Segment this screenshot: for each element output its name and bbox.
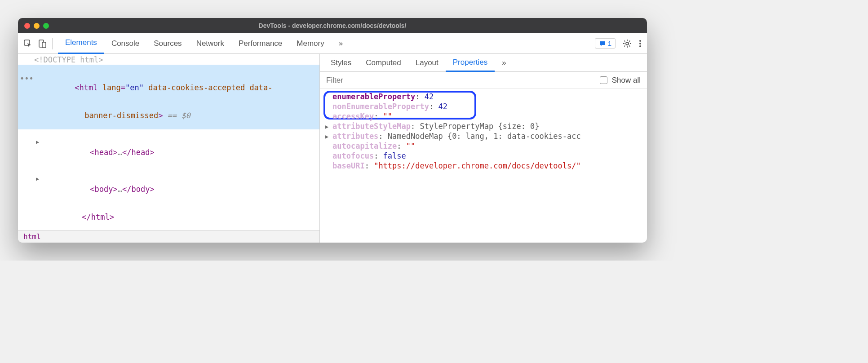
property-value: NamedNodeMap {0: lang, 1: data-cookies-a… (388, 132, 581, 141)
breadcrumb-html[interactable]: html (23, 232, 41, 241)
expand-icon[interactable]: ▶ (36, 139, 39, 145)
property-name: nonEnumerableProperty (332, 102, 429, 111)
maximize-icon[interactable] (43, 23, 49, 29)
dom-tree[interactable]: <!DOCTYPE html> ••• <html lang="en" data… (18, 54, 319, 230)
property-value: "" (406, 142, 415, 151)
svg-point-5 (639, 43, 641, 44)
window-controls (24, 23, 49, 29)
tab-network[interactable]: Network (189, 33, 231, 54)
body-element[interactable]: ▶ <body>…</body> (18, 166, 319, 203)
property-row[interactable]: baseURI: "https://developer.chrome.com/d… (323, 161, 647, 171)
tab-styles[interactable]: Styles (323, 54, 359, 72)
property-row[interactable]: enumerableProperty: 42 (323, 92, 647, 102)
collapse-dots-icon[interactable]: ••• (20, 74, 34, 83)
device-toggle-icon[interactable] (38, 39, 47, 48)
sidebar-tabs: Styles Computed Layout Properties » (320, 54, 647, 72)
close-icon[interactable] (24, 23, 30, 29)
property-row[interactable]: autofocus: false (323, 151, 647, 161)
sidebar-panel: Styles Computed Layout Properties » Show… (320, 54, 647, 243)
tab-sources[interactable]: Sources (146, 33, 189, 54)
tab-performance[interactable]: Performance (231, 33, 289, 54)
inspect-icon[interactable] (23, 39, 32, 48)
svg-rect-2 (42, 42, 46, 48)
settings-icon[interactable] (623, 39, 632, 48)
tab-elements[interactable]: Elements (58, 33, 104, 54)
property-name: autocapitalize (332, 142, 397, 151)
property-row[interactable]: ▶attributes: NamedNodeMap {0: lang, 1: d… (323, 131, 647, 141)
property-value: false (383, 151, 406, 160)
panel-tabs: Elements Console Sources Network Perform… (58, 33, 350, 54)
messages-button[interactable]: 1 (595, 38, 616, 49)
tab-memory[interactable]: Memory (289, 33, 331, 54)
property-name: baseURI (332, 161, 365, 170)
separator (52, 38, 53, 49)
property-value: 42 (425, 92, 434, 101)
property-value: "https://developer.chrome.com/docs/devto… (374, 161, 581, 170)
titlebar: DevTools - developer.chrome.com/docs/dev… (18, 18, 647, 33)
head-element[interactable]: ▶ <head>…</head> (18, 129, 319, 166)
content: <!DOCTYPE html> ••• <html lang="en" data… (18, 54, 647, 243)
filter-input[interactable] (326, 76, 595, 85)
window-title: DevTools - developer.chrome.com/docs/dev… (259, 22, 407, 29)
elements-panel: <!DOCTYPE html> ••• <html lang="en" data… (18, 54, 320, 243)
tab-console[interactable]: Console (104, 33, 146, 54)
show-all-checkbox[interactable] (600, 76, 607, 84)
html-element-line-2[interactable]: banner-dismissed> == $0 (18, 102, 319, 129)
property-row[interactable]: autocapitalize: "" (323, 141, 647, 151)
property-row[interactable]: ▶attributeStyleMap: StylePropertyMap {si… (323, 121, 647, 131)
svg-point-4 (639, 40, 641, 42)
devtools-window: DevTools - developer.chrome.com/docs/dev… (18, 18, 647, 243)
doctype-line[interactable]: <!DOCTYPE html> (18, 55, 319, 65)
tabs-overflow[interactable]: » (332, 33, 350, 54)
breadcrumb[interactable]: html (18, 230, 319, 243)
messages-count: 1 (608, 40, 611, 47)
property-name: attributes (332, 132, 378, 141)
property-name: enumerableProperty (332, 92, 415, 101)
tab-layout[interactable]: Layout (408, 54, 446, 72)
kebab-menu-icon[interactable] (639, 39, 642, 48)
properties-list[interactable]: enumerableProperty: 42nonEnumerablePrope… (320, 89, 647, 243)
property-value: StylePropertyMap {size: 0} (420, 122, 539, 131)
html-close[interactable]: </html> (18, 203, 319, 230)
property-row[interactable]: nonEnumerableProperty: 42 (323, 102, 647, 111)
property-value: 42 (438, 102, 447, 111)
expand-icon[interactable]: ▶ (325, 133, 328, 140)
expand-icon[interactable]: ▶ (325, 124, 328, 130)
expand-icon[interactable]: ▶ (36, 176, 39, 182)
sidebar-tabs-overflow[interactable]: » (495, 54, 513, 72)
property-row[interactable]: accessKey: "" (323, 111, 647, 121)
svg-point-3 (626, 42, 629, 45)
tab-properties[interactable]: Properties (446, 54, 495, 72)
minimize-icon[interactable] (34, 23, 40, 29)
main-toolbar: Elements Console Sources Network Perform… (18, 33, 647, 54)
html-element-line-1[interactable]: ••• <html lang="en" data-cookies-accepte… (18, 65, 319, 102)
property-name: accessKey (332, 112, 374, 121)
filter-bar: Show all (320, 72, 647, 89)
tab-computed[interactable]: Computed (359, 54, 408, 72)
property-name: attributeStyleMap (332, 122, 411, 131)
property-value: "" (383, 112, 392, 121)
svg-point-6 (639, 45, 641, 47)
show-all-label: Show all (612, 76, 641, 85)
property-name: autofocus (332, 151, 374, 160)
